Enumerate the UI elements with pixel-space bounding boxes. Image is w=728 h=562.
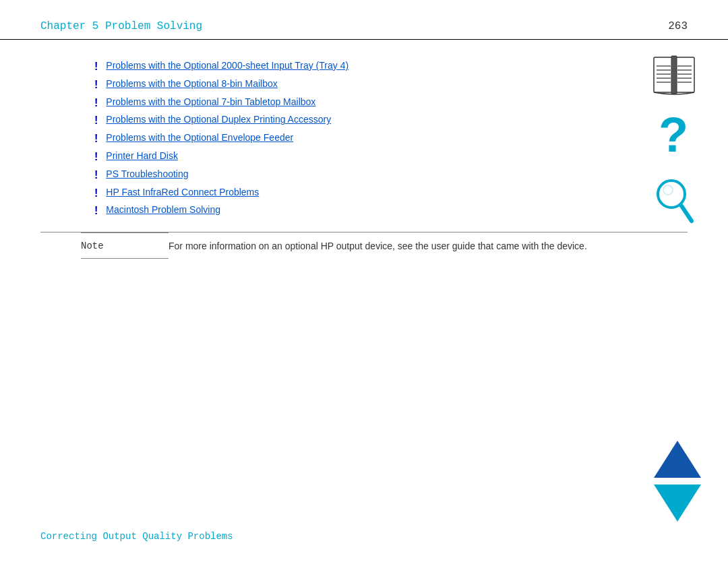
- toc-list-item: !HP Fast InfraRed Connect Problems: [94, 187, 688, 201]
- toc-list-item: !Problems with the Optional 7-bin Tablet…: [94, 96, 688, 111]
- page-content: !Problems with the Optional 2000-sheet I…: [0, 40, 728, 267]
- toc-link[interactable]: HP Fast InfraRed Connect Problems: [106, 187, 259, 197]
- toc-link[interactable]: Problems with the Optional 7-bin Tableto…: [106, 96, 315, 107]
- right-icons-panel: ?: [647, 54, 701, 226]
- bullet-char: !: [94, 132, 98, 146]
- note-text: For more information on an optional HP o…: [169, 239, 587, 253]
- note-label: Note: [81, 241, 169, 251]
- toc-list-item: !Printer Hard Disk: [94, 150, 688, 164]
- svg-text:?: ?: [659, 110, 688, 162]
- note-section: Note For more information on an optional…: [40, 232, 688, 253]
- toc-link[interactable]: PS Troubleshooting: [106, 168, 188, 179]
- toc-link[interactable]: Problems with the Optional 2000-sheet In…: [106, 60, 348, 71]
- svg-rect-0: [654, 57, 673, 92]
- svg-line-15: [681, 205, 692, 221]
- toc-link[interactable]: Problems with the Optional Duplex Printi…: [106, 114, 331, 125]
- arrow-down-icon[interactable]: [654, 485, 701, 522]
- toc-list-item: !Problems with the Optional 8-bin Mailbo…: [94, 78, 688, 92]
- page-container: Chapter 5 Problem Solving 263 !Problems …: [0, 0, 728, 562]
- arrow-up-icon[interactable]: [654, 441, 701, 478]
- bullet-char: !: [94, 204, 98, 218]
- chapter-title: Chapter 5 Problem Solving: [40, 20, 202, 32]
- bullet-char: !: [94, 60, 98, 74]
- page-number: 263: [668, 20, 688, 32]
- toc-list-item: !PS Troubleshooting: [94, 168, 688, 183]
- toc-link[interactable]: Macintosh Problem Solving: [106, 204, 220, 215]
- bottom-arrows: [654, 441, 701, 522]
- svg-rect-2: [671, 56, 677, 94]
- toc-list: !Problems with the Optional 2000-sheet I…: [94, 60, 688, 218]
- bullet-char: !: [94, 150, 98, 164]
- page-header: Chapter 5 Problem Solving 263: [0, 0, 728, 40]
- bullet-char: !: [94, 168, 98, 183]
- bullet-char: !: [94, 96, 98, 111]
- toc-list-item: !Problems with the Optional Envelope Fee…: [94, 132, 688, 146]
- toc-list-item: !Problems with the Optional 2000-sheet I…: [94, 60, 688, 74]
- bullet-char: !: [94, 114, 98, 128]
- bullet-char: !: [94, 78, 98, 92]
- svg-rect-1: [675, 57, 694, 92]
- toc-list-item: !Macintosh Problem Solving: [94, 204, 688, 218]
- toc-link[interactable]: Printer Hard Disk: [106, 150, 178, 161]
- book-icon: [647, 54, 701, 98]
- toc-link[interactable]: Problems with the Optional 8-bin Mailbox: [106, 78, 277, 89]
- bullet-char: !: [94, 187, 98, 201]
- magnifier-icon: [653, 175, 696, 226]
- toc-link[interactable]: Problems with the Optional Envelope Feed…: [106, 132, 293, 143]
- footer-link[interactable]: Correcting Output Quality Problems: [40, 531, 233, 542]
- question-icon: ?: [656, 111, 693, 162]
- toc-list-item: !Problems with the Optional Duplex Print…: [94, 114, 688, 128]
